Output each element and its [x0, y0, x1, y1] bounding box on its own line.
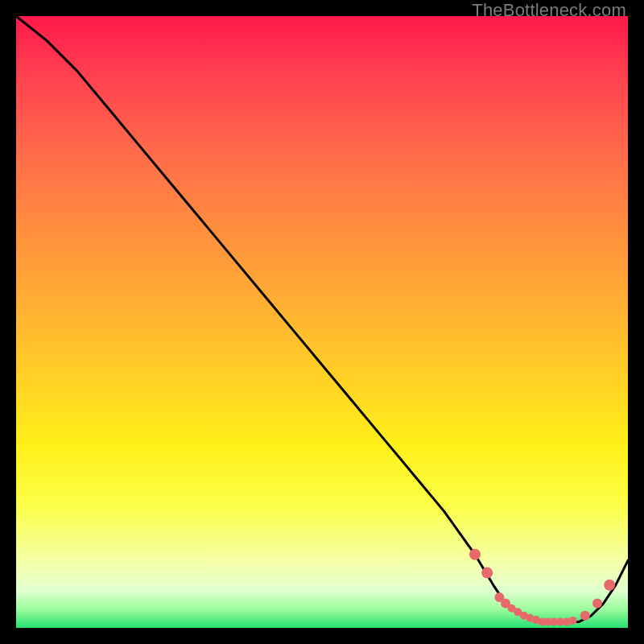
- chart-svg: [16, 16, 628, 628]
- marker-dot: [580, 611, 590, 621]
- marker-dot: [604, 580, 615, 591]
- marker-dot: [469, 549, 481, 560]
- marker-dot: [569, 617, 577, 625]
- attribution-text: TheBottleneck.com: [472, 0, 626, 21]
- marker-dot: [592, 599, 602, 609]
- bottleneck-curve: [16, 16, 628, 621]
- marker-dot: [481, 568, 493, 579]
- chart-frame: [16, 16, 628, 628]
